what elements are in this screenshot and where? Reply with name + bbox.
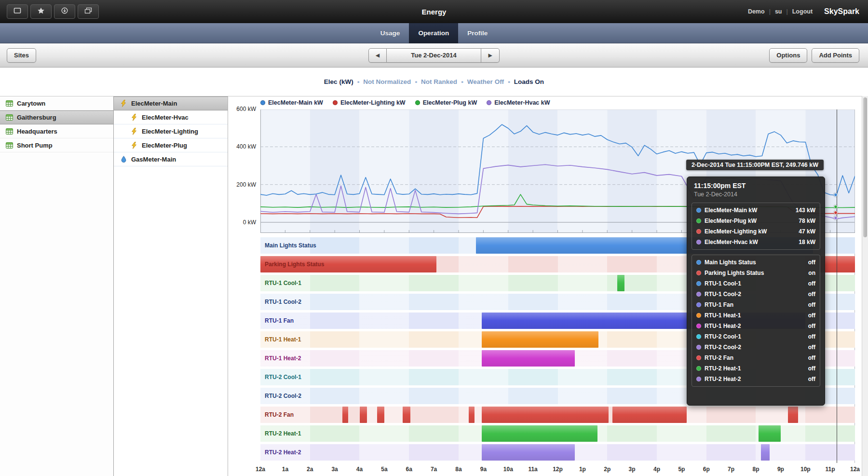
chart-legend: ElecMeter-Main kWElecMeter-Lighting kWEl… <box>260 99 550 106</box>
sidebar-item-headquarters[interactable]: Headquarters <box>0 124 113 138</box>
status-band-row-rtu-2-heat-1: RTU-2 Heat-1 <box>260 425 855 442</box>
meter-item-elecmeter-lighting[interactable]: ElecMeter-Lighting <box>114 124 228 138</box>
prev-day-button[interactable]: ◀ <box>368 48 387 63</box>
user-menu[interactable]: Demo <box>748 8 765 15</box>
tooltip-row-label: RTU-2 Heat-2 <box>705 376 805 382</box>
tooltip-row-value: on <box>808 270 815 276</box>
add-points-button[interactable]: Add Points <box>812 48 859 63</box>
separator: | <box>786 8 787 15</box>
x-tick-label: 2p <box>597 466 618 473</box>
sidebar-item-short-pump[interactable]: Short Pump <box>0 138 113 152</box>
status-band-label: Parking Lights Status <box>265 261 324 268</box>
meter-item-elecmeter-hvac[interactable]: ElecMeter-Hvac <box>114 110 228 124</box>
nav-tabbar: UsageOperationProfile <box>0 23 868 43</box>
meter-item-elecmeter-main[interactable]: ElecMeter-Main <box>114 96 228 110</box>
y-tick-label: 200 kW <box>228 181 256 188</box>
x-tick-label: 3a <box>324 466 345 473</box>
status-band-label: RTU-2 Cool-1 <box>265 374 301 381</box>
separator-bullet: • <box>357 78 360 85</box>
status-segment-not-normalized: Not Normalized <box>363 78 411 85</box>
next-day-button[interactable]: ▶ <box>481 48 500 63</box>
chart-area: ElecMeter-Main kWElecMeter-Lighting kWEl… <box>228 96 868 476</box>
site-label: Short Pump <box>17 142 53 149</box>
status-band-row-rtu-2-fan: RTU-2 Fan <box>260 407 855 423</box>
window-icon-button[interactable] <box>7 4 28 19</box>
chart-tooltip: 11:15:00pm EST Tue 2-Dec-2014 ElecMeter-… <box>687 177 825 406</box>
status-band-bar <box>403 407 410 423</box>
options-button[interactable]: Options <box>769 48 807 63</box>
star-icon-button[interactable] <box>30 4 52 19</box>
x-tick-label: 8a <box>448 466 469 473</box>
status-band-bar <box>469 407 475 423</box>
site-label: Gaithersburg <box>17 114 56 121</box>
legend-item-elecmeter-plug-kw[interactable]: ElecMeter-Plug kW <box>415 99 477 106</box>
x-tick-label: 7p <box>720 466 742 473</box>
tooltip-row-value: off <box>808 301 815 308</box>
tooltip-row-value: 143 kW <box>796 207 815 214</box>
sidebar-item-gaithersburg[interactable]: Gaithersburg <box>0 110 113 124</box>
status-band-bar <box>360 407 367 423</box>
series-color-dot <box>696 271 701 275</box>
view-settings-bar: Elec (kW)•Not Normalized•Not Ranked•Weat… <box>0 68 868 96</box>
status-band-bar <box>482 331 599 348</box>
status-band-bar <box>759 425 781 442</box>
meter-item-gasmeter-main[interactable]: GasMeter-Main <box>114 152 228 166</box>
x-axis-labels: 12a1a2a3a4a5a6a7a8a9a10a11a12p1p2p3p4p5p… <box>260 466 868 474</box>
tooltip-row-label: RTU-2 Cool-1 <box>705 333 805 340</box>
site-label: Headquarters <box>17 128 57 135</box>
toolbar: Sites ◀ Tue 2-Dec-2014 ▶ Options Add Poi… <box>0 43 868 68</box>
legend-dot <box>260 100 265 105</box>
status-band-bar <box>342 407 349 423</box>
tooltip-row-value: 47 kW <box>799 228 815 235</box>
topbar: Energy Demo | su | Logout SkySpark <box>0 0 868 23</box>
series-color-dot <box>696 355 701 360</box>
status-band-label: RTU-1 Fan <box>265 317 294 324</box>
x-tick-label: 6a <box>398 466 420 473</box>
x-tick-label: 1p <box>572 466 593 473</box>
tooltip-row-label: ElecMeter-Lighting kW <box>705 228 795 235</box>
tab-usage[interactable]: Usage <box>371 23 409 43</box>
x-tick-label: 1a <box>274 466 296 473</box>
x-tick-label: 12a <box>250 466 271 473</box>
skyspark-logo: SkySpark <box>824 7 859 16</box>
tooltip-row-rtu-1-fan: RTU-1 Fanoff <box>696 299 815 310</box>
tooltip-row-rtu-1-cool-2: RTU-1 Cool-2off <box>696 289 815 299</box>
series-color-dot <box>696 366 701 371</box>
tooltip-row-label: Parking Lights Status <box>705 270 805 276</box>
logout-link[interactable]: Logout <box>792 8 813 15</box>
meter-item-elecmeter-plug[interactable]: ElecMeter-Plug <box>114 138 228 152</box>
sites-button[interactable]: Sites <box>7 48 36 63</box>
scrollbar-thumb[interactable] <box>863 97 867 237</box>
date-button[interactable]: Tue 2-Dec-2014 <box>387 48 481 63</box>
x-tick-label: 2a <box>299 466 321 473</box>
tooltip-row-label: RTU-2 Heat-1 <box>705 365 805 372</box>
status-band-bar <box>820 256 855 272</box>
tooltip-row-main-lights-status: Main Lights Statusoff <box>696 257 815 268</box>
series-color-dot <box>696 334 701 339</box>
tooltip-row-label: RTU-1 Cool-2 <box>705 291 805 298</box>
x-tick-label: 6p <box>696 466 717 473</box>
tab-operation[interactable]: Operation <box>409 23 458 43</box>
legend-item-elecmeter-hvac-kw[interactable]: ElecMeter-Hvac kW <box>487 99 550 106</box>
layers-icon-button[interactable] <box>78 4 99 19</box>
vertical-scrollbar[interactable] <box>862 96 868 476</box>
legend-item-elecmeter-main-kw[interactable]: ElecMeter-Main kW <box>260 99 323 106</box>
download-icon-button[interactable] <box>54 4 75 19</box>
legend-dot <box>415 100 420 105</box>
legend-item-elecmeter-lighting-kw[interactable]: ElecMeter-Lighting kW <box>333 99 406 106</box>
tooltip-row-elecmeter-main-kw: ElecMeter-Main kW143 kW <box>696 205 815 216</box>
x-tick-label: 10p <box>795 466 816 473</box>
gas-meter-icon <box>120 156 127 163</box>
tooltip-row-value: 78 kW <box>799 218 815 224</box>
elec-bolt-icon <box>130 114 138 121</box>
tab-profile[interactable]: Profile <box>458 23 497 43</box>
status-band-bar <box>377 407 384 423</box>
topbar-right: Demo | su | Logout SkySpark <box>748 7 868 16</box>
tooltip-row-value: off <box>808 333 815 340</box>
sidebar-item-carytown[interactable]: Carytown <box>0 96 113 110</box>
tooltip-row-elecmeter-plug-kw: ElecMeter-Plug kW78 kW <box>696 216 815 226</box>
legend-label: ElecMeter-Lighting kW <box>340 99 406 106</box>
tooltip-row-value: off <box>808 323 815 329</box>
tooltip-row-label: RTU-2 Fan <box>705 354 805 361</box>
tooltip-row-rtu-2-cool-2: RTU-2 Cool-2off <box>696 342 815 353</box>
